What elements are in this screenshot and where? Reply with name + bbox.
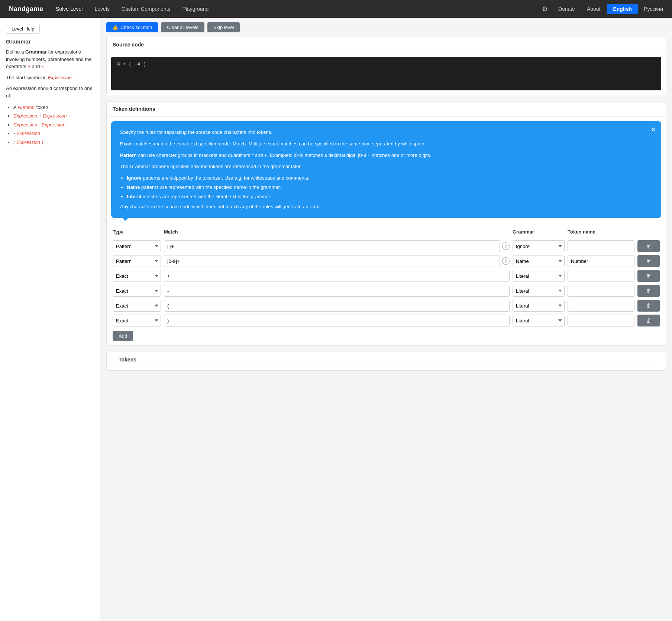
- level-help-button[interactable]: Level Help: [6, 24, 40, 34]
- tooltip-exact-rest: matches match the exact text specified u…: [133, 141, 427, 147]
- lang-english-button[interactable]: English: [607, 4, 638, 14]
- tooltip-bullet-ignore: Ignore patterns are skipped by the token…: [127, 174, 652, 182]
- content-area: 👍 Check solution Clear all levels Skip l…: [100, 18, 672, 621]
- tooltip-bullet-name: Name patterns are represented with the s…: [127, 184, 652, 192]
- grammar-select-3[interactable]: Ignore Name Literal: [513, 270, 565, 282]
- help-icon-1[interactable]: ?: [502, 242, 510, 250]
- source-code-editor[interactable]: 8 + ( -4 ): [111, 57, 661, 90]
- gear-icon[interactable]: ⚙: [538, 3, 552, 15]
- expression-symbol: Expression: [48, 75, 72, 80]
- tooltip-line3: Pattern can use character groups in brac…: [120, 152, 652, 160]
- match-input-6[interactable]: [164, 315, 510, 326]
- tokens-header: Tokens: [113, 352, 660, 367]
- list-item: ( Expression ): [13, 138, 94, 147]
- tooltip-close-button[interactable]: ✕: [650, 126, 656, 134]
- table-row: Pattern Exact Ignore Name Literal 🗑: [113, 283, 660, 298]
- delete-button-4[interactable]: 🗑: [637, 285, 660, 297]
- col-type: Type: [113, 229, 161, 235]
- grammar-select-5[interactable]: Ignore Name Literal: [513, 300, 565, 312]
- match-input-1[interactable]: [164, 240, 500, 252]
- list-item: Expression - Expression: [13, 120, 94, 129]
- delete-button-3[interactable]: 🗑: [637, 270, 660, 282]
- grammar-bold: Grammar: [25, 49, 47, 55]
- delete-button-1[interactable]: 🗑: [637, 240, 660, 252]
- tokens-panel: Tokens: [106, 352, 666, 371]
- delete-button-2[interactable]: 🗑: [637, 255, 660, 267]
- skip-level-button[interactable]: Skip level: [207, 22, 240, 32]
- nav-donate[interactable]: Donate: [553, 4, 580, 14]
- grammar-select-2[interactable]: Ignore Name Literal: [513, 255, 565, 267]
- match-input-wrapper-6: [164, 315, 510, 326]
- sidebar-desc2: The start symbol is Expression.: [6, 74, 94, 81]
- type-select-4[interactable]: Pattern Exact: [113, 285, 161, 297]
- add-row-button[interactable]: Add: [113, 331, 133, 341]
- expression-list: A Number token Expression + Expression E…: [6, 103, 94, 147]
- number-token: Number: [18, 104, 35, 110]
- table-row: Pattern Exact Ignore Name Literal 🗑: [113, 298, 660, 313]
- type-select-5[interactable]: Pattern Exact: [113, 300, 161, 312]
- table-row: Pattern Exact ? Ignore Name Literal 🗑: [113, 239, 660, 254]
- main-layout: Level Help Grammar Define a Grammar for …: [0, 18, 672, 621]
- match-input-3[interactable]: [164, 270, 510, 282]
- token-tooltip: ✕ Specify the rules for separating the s…: [111, 121, 661, 218]
- list-item: - Expression: [13, 129, 94, 138]
- token-name-input-5[interactable]: [568, 300, 634, 312]
- type-select-3[interactable]: Pattern Exact: [113, 270, 161, 282]
- type-select-6[interactable]: Pattern Exact: [113, 315, 161, 326]
- token-definitions-panel: Token definitions ✕ Specify the rules fo…: [106, 101, 666, 346]
- nav-levels[interactable]: Levels: [89, 4, 114, 14]
- token-name-input-2[interactable]: [568, 255, 634, 267]
- table-row: Pattern Exact ? Ignore Name Literal 🗑: [113, 254, 660, 268]
- source-code-header: Source code: [107, 37, 666, 52]
- pattern-bold: Pattern: [120, 152, 137, 158]
- type-select-1[interactable]: Pattern Exact: [113, 240, 161, 252]
- nav-about[interactable]: About: [582, 4, 606, 14]
- nav-playground[interactable]: Playground: [177, 4, 214, 14]
- minus-operator: -: [41, 64, 43, 69]
- tooltip-bullet-literal: Literal matches are represented with the…: [127, 193, 652, 201]
- list-item: Expression + Expression: [13, 112, 94, 120]
- token-name-input-1[interactable]: [568, 240, 634, 252]
- nav-solve-level[interactable]: Solve Level: [51, 4, 88, 14]
- tooltip-line5: Any character in the source code which d…: [120, 203, 652, 211]
- nav-custom-components[interactable]: Custom Components: [116, 4, 176, 14]
- col-token-name: Token name: [568, 229, 634, 235]
- lang-russian-button[interactable]: Русский: [639, 4, 668, 14]
- check-label: Check solution: [120, 25, 152, 30]
- table-row: Pattern Exact Ignore Name Literal 🗑: [113, 313, 660, 328]
- tooltip-bullet-list: Ignore patterns are skipped by the token…: [120, 174, 652, 200]
- token-name-input-3[interactable]: [568, 270, 634, 282]
- sidebar-desc3: An expression should correspond to one o…: [6, 85, 94, 99]
- sidebar-title: Grammar: [6, 38, 94, 45]
- source-code-panel: Source code 8 + ( -4 ): [106, 37, 666, 95]
- type-select-2[interactable]: Pattern Exact: [113, 255, 161, 267]
- exact-bold: Exact: [120, 141, 133, 147]
- match-input-4[interactable]: [164, 285, 510, 297]
- token-name-input-4[interactable]: [568, 285, 634, 297]
- list-item: A Number token: [13, 103, 94, 112]
- grammar-select-4[interactable]: Ignore Name Literal: [513, 285, 565, 297]
- help-icon-2[interactable]: ?: [502, 257, 510, 265]
- table-row: Pattern Exact Ignore Name Literal 🗑: [113, 268, 660, 283]
- token-name-input-6[interactable]: [568, 315, 634, 326]
- col-actions: [637, 229, 660, 235]
- col-grammar: Grammar: [513, 229, 565, 235]
- match-input-5[interactable]: [164, 300, 510, 312]
- match-input-2[interactable]: [164, 255, 500, 267]
- grammar-select-6[interactable]: Ignore Name Literal: [513, 315, 565, 326]
- match-input-wrapper-3: [164, 270, 510, 282]
- match-input-wrapper-4: [164, 285, 510, 297]
- clear-levels-button[interactable]: Clear all levels: [161, 22, 204, 32]
- source-code-content: 8 + ( -4 ): [117, 61, 146, 67]
- col-match: Match: [164, 229, 510, 235]
- brand: Nandgame: [4, 5, 48, 13]
- toolbar: 👍 Check solution Clear all levels Skip l…: [100, 18, 672, 37]
- sidebar: Level Help Grammar Define a Grammar for …: [0, 18, 100, 621]
- check-solution-button[interactable]: 👍 Check solution: [106, 22, 158, 32]
- delete-button-5[interactable]: 🗑: [637, 300, 660, 312]
- token-table-header: Type Match Grammar Token name: [113, 227, 660, 237]
- grammar-select-1[interactable]: Ignore Name Literal: [513, 240, 565, 252]
- delete-button-6[interactable]: 🗑: [637, 315, 660, 326]
- match-input-wrapper-5: [164, 300, 510, 312]
- match-input-wrapper-1: ?: [164, 240, 510, 252]
